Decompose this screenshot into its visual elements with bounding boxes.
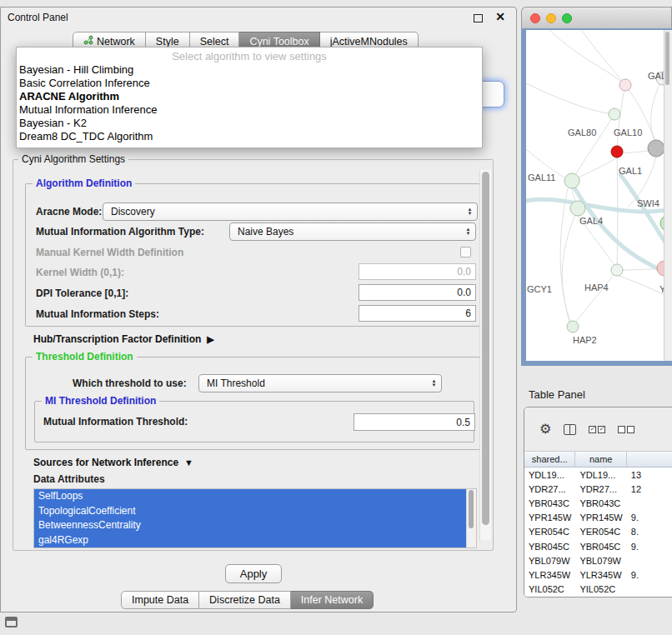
list-vertical-scrollbar[interactable] [466, 489, 476, 548]
zoom-traffic-light[interactable] [562, 13, 572, 23]
table-row[interactable]: YBR045C YBR045C 9. [524, 539, 672, 553]
cell[interactable]: 9. [627, 512, 672, 522]
combobox-value: MI Threshold [207, 378, 427, 389]
list-item[interactable]: TopologicalCoefficient [34, 504, 467, 519]
close-icon[interactable]: ✕ [495, 10, 505, 23]
cell[interactable]: YBR043C [575, 498, 626, 508]
popup-item-bayesian-hill-climbing[interactable]: Bayesian - Hill Climbing [17, 63, 482, 77]
scrollbar-thumb[interactable] [482, 172, 489, 525]
node-label: GAL10 [614, 128, 642, 138]
mi-steps-field[interactable] [359, 305, 476, 322]
cell[interactable]: YBR043C [524, 498, 575, 508]
kernel-width-label: Kernel Width (0,1): [36, 264, 124, 281]
table-row[interactable]: YPR145W YPR145W 9. [524, 511, 672, 525]
table-header: shared... name [524, 451, 672, 468]
select-all-icon[interactable] [589, 426, 605, 433]
dpi-tolerance-field[interactable] [359, 284, 476, 301]
expanded-arrow-icon[interactable]: ▼ [184, 458, 193, 468]
algorithm-definition-group: Algorithm Definition Aracne Mode: Discov… [25, 183, 480, 327]
popup-item-bayesian-k2[interactable]: Bayesian - K2 [17, 117, 482, 130]
cell[interactable]: YIL052C [575, 584, 626, 594]
list-item[interactable]: SelfLoops [34, 489, 467, 504]
network-vertical-scrollbar[interactable] [664, 30, 672, 361]
mi-threshold-label: Mutual Information Threshold: [43, 413, 188, 431]
table-row[interactable]: YBL079W YBL079W [524, 553, 672, 568]
apply-button[interactable]: Apply [225, 564, 282, 583]
settings-vertical-scrollbar[interactable] [479, 170, 491, 540]
cell[interactable]: YLR345W [524, 570, 575, 580]
list-item[interactable]: gal4RGexp [34, 533, 467, 548]
mi-algorithm-type-label: Mutual Information Algorithm Type: [36, 222, 204, 241]
cell[interactable]: YPR145W [575, 512, 626, 522]
popup-item-mutual-information[interactable]: Mutual Information Inference [17, 103, 482, 117]
network-canvas[interactable]: GAL GAL80 GAL10 GAL11 GAL1 SWI4 GAL4 GCY… [526, 30, 672, 361]
table-row[interactable]: YER054C YER054C 8. [524, 525, 672, 539]
column-header-partial[interactable] [627, 452, 672, 467]
mi-algorithm-type-combobox[interactable]: Naive Bayes [229, 222, 476, 241]
tab-label: Network [97, 36, 135, 48]
control-panel-titlebar[interactable]: Control Panel ✕ [1, 8, 516, 28]
minimized-panel-icon[interactable] [5, 617, 18, 628]
network-window-titlebar[interactable] [521, 7, 672, 28]
tab-label: Select [200, 36, 229, 48]
kernel-width-field [359, 263, 476, 280]
aracne-mode-combobox[interactable]: Discovery [103, 202, 478, 221]
popup-item-aracne[interactable]: ARACNE Algorithm [17, 90, 482, 103]
tab-label: jActiveMNodules [330, 36, 408, 48]
cell[interactable]: YER054C [575, 527, 626, 537]
deselect-all-icon[interactable] [618, 426, 634, 433]
network-tab-icon [83, 35, 93, 48]
table-row[interactable]: YDL19... YDL19... 13 [524, 468, 672, 482]
cell[interactable]: YBR045C [575, 542, 626, 552]
cell[interactable]: YBL079W [575, 556, 626, 566]
network-graph[interactable]: GAL GAL80 GAL10 GAL11 GAL1 SWI4 GAL4 GCY… [526, 30, 664, 361]
cell[interactable]: YLR345W [575, 570, 626, 580]
table-row[interactable]: YLR345W YLR345W 9. [524, 568, 672, 582]
popup-item-basic-correlation[interactable]: Basic Correlation Inference [17, 77, 482, 90]
scrollbar-thumb[interactable] [665, 32, 669, 85]
cell[interactable]: YDL19... [524, 470, 575, 480]
which-threshold-combobox[interactable]: MI Threshold [198, 374, 442, 392]
desktop: Control Panel ✕ Network Style [0, 0, 672, 635]
data-attributes-list[interactable]: SelfLoops TopologicalCoefficient Between… [33, 488, 477, 548]
cell[interactable]: YBL079W [524, 556, 575, 566]
node-label: GAL11 [528, 172, 555, 182]
close-traffic-light[interactable] [530, 13, 540, 23]
tab-discretize-data[interactable]: Discretize Data [199, 591, 291, 609]
sources-section-header[interactable]: Sources for Network Inference ▼ [33, 455, 193, 470]
table-row[interactable]: YDR27... YDR27... 12 [524, 482, 672, 496]
tab-label: Style [156, 36, 179, 48]
cell[interactable]: 12 [627, 484, 672, 494]
network-view-frame: GAL GAL80 GAL10 GAL11 GAL1 SWI4 GAL4 GCY… [521, 28, 672, 366]
gear-icon[interactable]: ⚙ [539, 422, 551, 436]
window-title: Control Panel [8, 8, 68, 28]
table-body: YDL19... YDL19... 13 YDR27... YDR27... 1… [524, 468, 672, 597]
tab-infer-network[interactable]: Infer Network [291, 591, 374, 609]
cell[interactable]: 9. [627, 542, 672, 552]
cell[interactable]: 13 [627, 470, 672, 480]
cell[interactable]: YDR27... [575, 484, 626, 494]
table-row[interactable]: YBR043C YBR043C [524, 496, 672, 510]
hub-section-header[interactable]: Hub/Transcription Factor Definition ▶ [33, 332, 214, 347]
cell[interactable]: YER054C [524, 527, 575, 537]
table-row[interactable]: YIL052C YIL052C [524, 582, 672, 597]
list-item[interactable]: BetweennessCentrality [34, 518, 467, 533]
group-title: Cyni Algorithm Settings [18, 153, 128, 165]
tab-impute-data[interactable]: Impute Data [121, 591, 199, 609]
cell[interactable]: YBR045C [524, 542, 575, 552]
cell[interactable]: 8. [627, 527, 672, 537]
minimize-traffic-light[interactable] [546, 13, 556, 23]
column-header-name[interactable]: name [575, 452, 626, 467]
cell[interactable]: 9. [627, 570, 672, 580]
column-header-shared-name[interactable]: shared... [524, 452, 575, 467]
cell[interactable]: YDR27... [524, 484, 575, 494]
collapsed-arrow-icon[interactable]: ▶ [207, 334, 213, 345]
columns-icon[interactable] [564, 424, 576, 435]
popup-item-dream8[interactable]: Dream8 DC_TDC Algorithm [17, 130, 482, 143]
cell[interactable]: YDL19... [575, 470, 626, 480]
float-window-icon[interactable] [474, 14, 483, 22]
cell[interactable]: YIL052C [524, 584, 575, 594]
mi-threshold-field[interactable] [354, 413, 475, 431]
cell[interactable]: YPR145W [524, 512, 575, 522]
scrollbar-thumb[interactable] [469, 490, 474, 528]
